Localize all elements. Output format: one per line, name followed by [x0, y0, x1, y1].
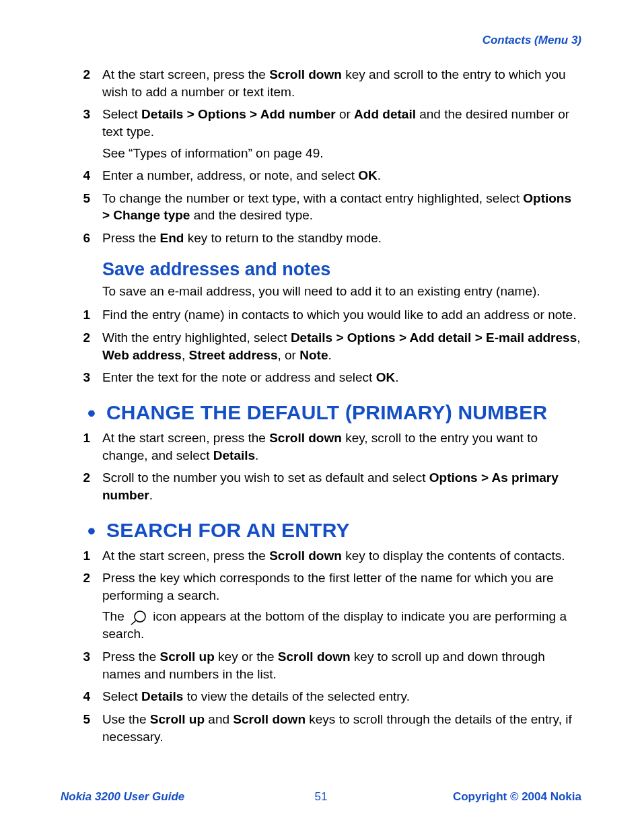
magnifier-icon [130, 609, 147, 625]
list-item: 2 With the entry highlighted, select Det… [61, 329, 581, 363]
list-text: Enter the text for the note or address a… [102, 369, 581, 386]
numbered-list: 1 At the start screen, press the Scroll … [61, 547, 581, 746]
list-number: 2 [61, 329, 102, 347]
list-text: Select Details to view the details of th… [102, 688, 581, 705]
list-number: 2 [61, 469, 102, 487]
list-text: At the start screen, press the Scroll do… [102, 66, 581, 100]
svg-point-0 [135, 611, 145, 622]
list-item: 6 Press the End key to return to the sta… [61, 230, 581, 247]
list-number: 3 [61, 369, 102, 386]
footer-page-number: 51 [61, 790, 581, 804]
list-number: 6 [61, 230, 102, 247]
list-text: With the entry highlighted, select Detai… [102, 329, 581, 363]
list-text: Scroll to the number you wish to set as … [102, 469, 581, 503]
footer: Nokia 3200 User Guide 51 Copyright © 200… [61, 790, 581, 804]
list-number: 5 [61, 190, 102, 207]
list-text: Select Details > Options > Add number or… [102, 106, 581, 140]
list-text: At the start screen, press the Scroll do… [102, 429, 581, 464]
list-text: Enter a number, address, or note, and se… [102, 167, 581, 184]
breadcrumb: Contacts (Menu 3) [61, 34, 581, 47]
list-text: Find the entry (name) in contacts to whi… [102, 306, 581, 324]
list-number: 3 [61, 106, 102, 123]
heading-change-default: •CHANGE THE DEFAULT (PRIMARY) NUMBER [87, 401, 581, 424]
list-text: Press the key which corresponds to the f… [102, 569, 581, 604]
list-number: 2 [61, 66, 102, 83]
list-item: 4 Select Details to view the details of … [61, 688, 581, 705]
list-text: Use the Scroll up and Scroll down keys t… [102, 711, 581, 745]
list-item: 2 At the start screen, press the Scroll … [61, 66, 581, 100]
list-item: 5 Use the Scroll up and Scroll down keys… [61, 711, 581, 745]
numbered-list: 1 Find the entry (name) in contacts to w… [61, 306, 581, 386]
list-number: 4 [61, 688, 102, 705]
list-text: At the start screen, press the Scroll do… [102, 547, 581, 565]
list-number: 1 [61, 306, 102, 324]
list-number: 3 [61, 648, 102, 666]
svg-line-1 [131, 621, 136, 625]
list-item: 3 Press the Scroll up key or the Scroll … [61, 648, 581, 682]
page: Contacts (Menu 3) 2 At the start screen,… [0, 0, 642, 840]
list-number: 1 [61, 547, 102, 565]
list-text: Press the End key to return to the stand… [102, 230, 581, 247]
list-number: 2 [61, 569, 102, 587]
list-number: 1 [61, 429, 102, 447]
list-text: To change the number or text type, with … [102, 190, 581, 224]
list-item: 3 Select Details > Options > Add number … [61, 106, 581, 162]
intro-text: To save an e-mail address, you will need… [102, 283, 581, 300]
list-item: 1 At the start screen, press the Scroll … [61, 429, 581, 464]
list-item: 4 Enter a number, address, or note, and … [61, 167, 581, 184]
heading-search: •SEARCH FOR AN ENTRY [87, 519, 581, 542]
subheading-save: Save addresses and notes [102, 259, 581, 280]
numbered-list: 2 At the start screen, press the Scroll … [61, 66, 581, 247]
list-item: 1 Find the entry (name) in contacts to w… [61, 306, 581, 324]
numbered-list: 1 At the start screen, press the Scroll … [61, 429, 581, 504]
list-item: 2 Press the key which corresponds to the… [61, 569, 581, 643]
list-subtext: See “Types of information” on page 49. [102, 145, 581, 162]
list-item: 1 At the start screen, press the Scroll … [61, 547, 581, 565]
list-item: 2 Scroll to the number you wish to set a… [61, 469, 581, 503]
list-text: Press the Scroll up key or the Scroll do… [102, 648, 581, 682]
list-subtext: The icon appears at the bottom of the di… [102, 608, 581, 643]
list-number: 4 [61, 167, 102, 184]
list-item: 3 Enter the text for the note or address… [61, 369, 581, 386]
list-item: 5 To change the number or text type, wit… [61, 190, 581, 224]
list-number: 5 [61, 711, 102, 728]
